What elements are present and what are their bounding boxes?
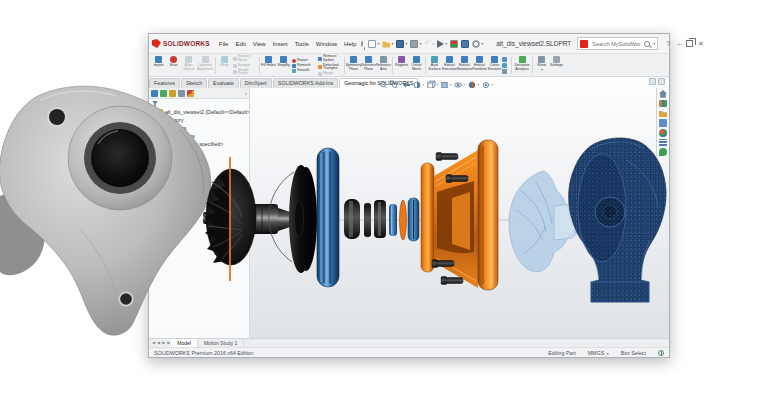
- tree-item-sensors[interactable]: Sensors: [149, 124, 249, 132]
- tab-motion-study[interactable]: Motion Study 1: [198, 339, 244, 347]
- displaymanager-tab-icon[interactable]: [187, 90, 194, 97]
- save-button[interactable]: ▾: [395, 39, 408, 49]
- view-palette-icon[interactable]: [659, 119, 667, 127]
- tree-root-item[interactable]: ▸ alt_dis_viewset2 (Default<<Default>_Di: [149, 108, 249, 116]
- search-input[interactable]: [590, 40, 642, 48]
- ribbon-settings-button[interactable]: Settings: [549, 55, 564, 76]
- ribbon-shade-points-button[interactable]: Shade Points: [233, 69, 258, 76]
- new-button[interactable]: ▾: [367, 39, 380, 49]
- search-caret-icon[interactable]: ▾: [653, 41, 655, 46]
- previous-view-icon[interactable]: [403, 82, 410, 88]
- ribbon-extract-freeform-button[interactable]: Extract Freeform: [472, 55, 487, 76]
- remove-spikes-icon: [318, 57, 322, 61]
- hide-show-items-icon[interactable]: [455, 83, 466, 87]
- ribbon-align-objects-button[interactable]: Align Objects: [181, 55, 196, 76]
- status-globe-icon[interactable]: [658, 350, 664, 356]
- tree-item-history[interactable]: History: [149, 116, 249, 124]
- undo-button[interactable]: ↶▾: [423, 39, 435, 49]
- design-library-icon[interactable]: [659, 100, 667, 108]
- tree-item-top-plane[interactable]: Top Plane: [149, 156, 249, 164]
- ribbon-wrap-button[interactable]: Wrap: [217, 55, 232, 76]
- tree-item-front-plane[interactable]: Front Plane: [149, 148, 249, 156]
- menu-edit[interactable]: Edit: [232, 40, 248, 48]
- status-units-dropdown[interactable]: MMGS ▾: [588, 350, 609, 356]
- ribbon-detached-triangles-button[interactable]: Detached Triangles: [318, 64, 343, 71]
- help-button[interactable]: ?: [664, 40, 672, 48]
- ribbon-cross-sections-button[interactable]: Cross Sections: [487, 55, 502, 76]
- view-settings-icon[interactable]: [483, 82, 493, 87]
- menu-window[interactable]: Window: [313, 40, 340, 48]
- ribbon-scan-button[interactable]: Scan: [166, 55, 181, 76]
- menu-insert[interactable]: Insert: [270, 40, 291, 48]
- menu-view[interactable]: View: [250, 40, 269, 48]
- status-select-mode[interactable]: Box Select: [621, 350, 646, 356]
- view-orientation-icon[interactable]: [428, 81, 438, 88]
- file-explorer-icon[interactable]: [659, 109, 667, 117]
- file-properties-button[interactable]: [460, 39, 470, 49]
- tab-model[interactable]: Model: [171, 339, 198, 347]
- propertymanager-tab-icon[interactable]: [160, 90, 167, 97]
- options-button[interactable]: ▾: [471, 39, 484, 49]
- restore-button[interactable]: [686, 40, 693, 47]
- ribbon-auto-surface-button[interactable]: Auto Surface: [427, 55, 442, 76]
- ribbon-fill-holes-button[interactable]: Fill Holes: [261, 55, 276, 76]
- appearances-scenes-icon[interactable]: [659, 129, 667, 137]
- search-icon[interactable]: [644, 41, 650, 47]
- tree-item-right-plane[interactable]: Right Plane: [149, 164, 249, 172]
- menu-file[interactable]: File: [216, 40, 232, 48]
- print-button[interactable]: ▾: [409, 39, 422, 49]
- ribbon-repair-button[interactable]: Repair: [292, 59, 317, 63]
- ribbon-stack-noise: Reduce Noise Sample Shade Points: [232, 55, 258, 76]
- ribbon-reference-plane-button[interactable]: Reference Plane: [361, 55, 376, 76]
- ribbon-extract-rotational-button[interactable]: Extract Rotational: [457, 55, 472, 76]
- menu-tools[interactable]: Tools: [292, 40, 312, 48]
- tree-item-material[interactable]: Material <not specified>: [149, 140, 249, 148]
- ribbon-sample-button[interactable]: Sample: [233, 64, 258, 68]
- mini-tool-2-icon[interactable]: [502, 63, 507, 68]
- tab-evaluate[interactable]: Evaluate: [208, 78, 239, 88]
- select-button[interactable]: ▾: [436, 39, 448, 49]
- ribbon-optimize-alignment-button[interactable]: Optimize Alignment: [196, 55, 214, 76]
- display-pane-toggle-icon[interactable]: [649, 78, 656, 85]
- pin-menu-icon[interactable]: [361, 41, 363, 47]
- menu-help[interactable]: Help: [341, 40, 359, 48]
- open-button[interactable]: ▾: [381, 39, 394, 49]
- ribbon-reduce-noise-button[interactable]: Reduce Noise: [233, 55, 258, 62]
- solidworks-resources-icon[interactable]: [659, 90, 667, 98]
- minimize-button[interactable]: –: [675, 40, 683, 48]
- dimxpertmanager-tab-icon[interactable]: [178, 90, 185, 97]
- mini-tool-1-icon[interactable]: [502, 57, 507, 62]
- solidworks-forum-icon[interactable]: [659, 148, 667, 156]
- ribbon-extract-extrusion-button[interactable]: Extract Extrusion: [442, 55, 457, 76]
- rebuild-button[interactable]: [449, 39, 459, 49]
- ribbon-symmetry-plane-button[interactable]: Symmetry Plane: [346, 55, 361, 76]
- tab-sketch[interactable]: Sketch: [181, 78, 207, 88]
- ribbon-show-button[interactable]: Show▾: [534, 55, 549, 76]
- tabs-overflow-chevron-icon[interactable]: ›: [245, 90, 247, 96]
- edit-appearance-icon[interactable]: [469, 82, 479, 88]
- tree-item-annotations[interactable]: Annotations: [149, 132, 249, 140]
- ribbon-remesh-button[interactable]: Remesh: [292, 64, 317, 68]
- ribbon-remove-spikes-button[interactable]: Remove Spikes: [318, 55, 343, 62]
- graphics-area[interactable]: › ▸ alt_dis_viewset2 (Default<<Default>_…: [149, 88, 669, 338]
- tab-features[interactable]: Features: [149, 78, 180, 88]
- ribbon-simplify-button[interactable]: Simplify: [276, 55, 291, 76]
- featuremanager-tab-icon[interactable]: [151, 90, 158, 97]
- ribbon-regions-button[interactable]: Regions: [394, 55, 409, 76]
- close-button[interactable]: ✕: [696, 40, 706, 48]
- ribbon-merge-button[interactable]: Merge: [318, 72, 343, 76]
- tab-dimxpert[interactable]: DimXpert: [240, 78, 272, 88]
- ribbon-deviation-analysis-button[interactable]: Deviation Analysis: [513, 55, 531, 76]
- tab-solidworks-addins[interactable]: SOLIDWORKS Add-Ins: [273, 78, 338, 88]
- custom-properties-icon[interactable]: [659, 139, 667, 147]
- ribbon-reference-axis-button[interactable]: Reference Axis: [376, 55, 391, 76]
- filter-funnel-icon[interactable]: [152, 101, 158, 107]
- featuremanager-toggle-icon[interactable]: [658, 78, 665, 85]
- ribbon-import-button[interactable]: Import: [151, 55, 166, 76]
- tree-item-origin[interactable]: Origin: [149, 172, 249, 180]
- configurationmanager-tab-icon[interactable]: [169, 90, 176, 97]
- ribbon-orient-mesh-button[interactable]: Orient Mesh: [409, 55, 424, 76]
- ribbon-smooth-button[interactable]: Smooth: [292, 69, 317, 73]
- tree-item-model[interactable]: (model): [149, 180, 249, 188]
- mini-tool-3-icon[interactable]: [502, 69, 507, 74]
